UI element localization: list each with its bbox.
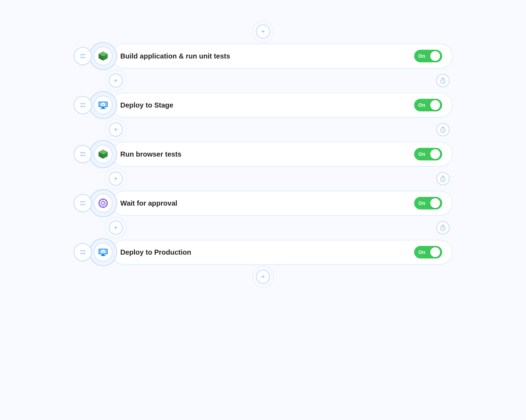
add-step-button-3[interactable]: +	[109, 172, 123, 186]
green-cube-icon	[97, 50, 109, 62]
svg-point-2	[84, 54, 85, 55]
timer-icon-2	[436, 123, 450, 136]
stage-label-browser-tests: Run browser tests	[120, 150, 181, 158]
svg-point-15	[82, 103, 83, 104]
icon-inner-deploy-prod	[94, 243, 113, 262]
svg-point-35	[84, 155, 85, 156]
stage-content-browser-tests: Run browser tests On	[112, 142, 452, 166]
svg-point-32	[84, 152, 85, 153]
svg-point-67	[82, 250, 83, 252]
stage-row-build: Build application & run unit tests On	[74, 42, 452, 70]
add-step-row-3: +	[74, 168, 452, 189]
toggle-label-browser-tests: On	[418, 151, 425, 157]
toggle-label-approval: On	[418, 200, 425, 206]
svg-point-45	[82, 201, 83, 202]
svg-point-71	[84, 253, 85, 254]
stage-label-approval: Wait for approval	[120, 199, 177, 207]
drag-handle-browser-tests[interactable]	[74, 145, 92, 163]
pipeline-container: +	[53, 14, 473, 294]
stage-row-deploy-stage: Deploy to Stage On	[74, 91, 452, 119]
svg-point-70	[82, 253, 83, 254]
deploy-stage-icon	[97, 99, 109, 111]
toggle-label-build: On	[418, 53, 425, 59]
stage-label-deploy-stage: Deploy to Stage	[120, 101, 173, 109]
icon-wrapper-deploy-stage	[89, 91, 117, 119]
svg-point-34	[82, 155, 83, 156]
toggle-knob-deploy-stage	[430, 100, 440, 110]
icon-inner-build	[94, 47, 113, 66]
approval-icon-svg	[97, 197, 109, 209]
svg-point-69	[80, 253, 82, 254]
svg-point-18	[82, 106, 83, 107]
svg-point-47	[80, 204, 82, 205]
toggle-knob-browser-tests	[430, 149, 440, 159]
svg-point-14	[80, 103, 82, 104]
svg-rect-54	[99, 203, 100, 204]
svg-point-4	[82, 57, 83, 58]
toggle-approval[interactable]: On	[414, 197, 442, 209]
icon-inner-approval	[94, 194, 113, 213]
toggle-knob-deploy-prod	[430, 247, 440, 257]
drag-handle-deploy-prod[interactable]	[74, 243, 92, 261]
svg-rect-40	[442, 176, 444, 177]
toggle-knob-build	[430, 51, 440, 61]
drag-handle-icon-5	[80, 250, 86, 255]
toggle-deploy-stage[interactable]: On	[414, 99, 442, 111]
add-step-button-1[interactable]: +	[109, 74, 123, 88]
svg-rect-23	[101, 108, 106, 109]
drag-handle-deploy-stage[interactable]	[74, 96, 92, 114]
svg-point-77	[103, 252, 104, 253]
add-step-button-4[interactable]: +	[109, 221, 123, 235]
svg-rect-62	[442, 225, 444, 226]
stage-row-deploy-prod: Deploy to Production On	[74, 238, 452, 266]
green-cube-icon-2	[97, 148, 109, 160]
svg-point-44	[80, 201, 82, 202]
svg-point-66	[80, 250, 82, 252]
icon-wrapper-browser-tests	[89, 140, 117, 168]
drag-handle-icon-3	[80, 152, 86, 157]
icon-wrapper-build	[89, 42, 117, 70]
icon-wrapper-approval	[89, 189, 117, 217]
svg-line-29	[443, 130, 444, 131]
svg-rect-10	[442, 78, 444, 79]
add-step-button-top[interactable]: +	[256, 25, 270, 39]
svg-point-17	[80, 106, 82, 107]
drag-handle-build[interactable]	[74, 47, 92, 65]
svg-point-19	[84, 106, 85, 107]
stage-content-build: Build application & run unit tests On	[112, 44, 452, 68]
add-step-row-2: +	[74, 119, 452, 140]
add-step-row-top: +	[74, 21, 452, 42]
stage-label-build: Build application & run unit tests	[120, 52, 230, 60]
timer-icon-1	[436, 74, 450, 87]
toggle-build[interactable]: On	[414, 50, 442, 62]
stage-row-approval: Wait for approval On	[74, 189, 452, 217]
svg-point-25	[103, 104, 104, 105]
svg-line-13	[443, 81, 444, 82]
svg-point-33	[80, 155, 82, 156]
svg-point-0	[80, 54, 82, 55]
drag-handle-approval[interactable]	[74, 194, 92, 212]
toggle-knob-approval	[430, 198, 440, 208]
toggle-browser-tests[interactable]: On	[414, 148, 442, 160]
add-step-button-bottom[interactable]: +	[256, 270, 270, 284]
timer-icon-4	[436, 221, 450, 234]
add-step-row-1: +	[74, 70, 452, 91]
svg-point-49	[84, 204, 85, 205]
svg-rect-26	[442, 127, 444, 128]
toggle-label-deploy-prod: On	[418, 249, 425, 255]
stage-content-deploy-stage: Deploy to Stage On	[112, 93, 452, 117]
add-step-button-2[interactable]: +	[109, 123, 123, 137]
icon-wrapper-deploy-prod	[89, 238, 117, 266]
stage-content-deploy-prod: Deploy to Production On	[112, 240, 452, 264]
add-step-row-4: +	[74, 217, 452, 238]
toggle-deploy-prod[interactable]: On	[414, 246, 442, 259]
svg-point-31	[82, 152, 83, 153]
svg-rect-55	[106, 203, 108, 204]
svg-point-68	[84, 250, 85, 252]
svg-line-43	[443, 179, 444, 180]
drag-handle-icon-4	[80, 201, 86, 206]
stage-row-browser-tests: Run browser tests On	[74, 140, 452, 168]
svg-rect-53	[103, 206, 104, 208]
stage-label-deploy-prod: Deploy to Production	[120, 248, 191, 256]
add-step-row-bottom: +	[74, 266, 452, 287]
